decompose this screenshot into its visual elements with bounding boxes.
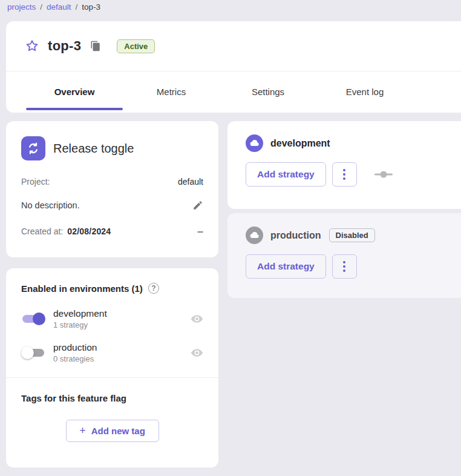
- release-toggle-icon: [21, 136, 45, 160]
- feature-header-card: top-3 Active Overview Metrics Settings E…: [6, 21, 461, 113]
- breadcrumb: projects / default / top-3: [7, 2, 100, 12]
- disabled-badge: Disabled: [329, 228, 375, 242]
- environments-and-tags-card: Enabled in environments (1) ? developmen…: [6, 268, 218, 468]
- environment-card-development: development Add strategy: [227, 121, 461, 209]
- favorite-star-icon[interactable]: [24, 38, 40, 54]
- edit-description-icon[interactable]: [192, 200, 203, 211]
- add-new-tag-label: Add new tag: [91, 426, 145, 436]
- tags-section-title: Tags for this feature flag: [21, 393, 203, 403]
- development-toggle[interactable]: [21, 312, 45, 325]
- page-title: top-3: [48, 38, 81, 54]
- toggle-type-row: Release toggle: [21, 136, 203, 160]
- breadcrumb-current: top-3: [82, 2, 100, 12]
- environment-row-production: production 0 strategies: [21, 342, 203, 363]
- breadcrumb-separator: /: [76, 2, 78, 12]
- eye-icon[interactable]: [191, 346, 203, 359]
- rollout-indicator-icon: [374, 171, 393, 178]
- tab-metrics[interactable]: Metrics: [123, 71, 220, 112]
- environment-strategy-count: 0 strategies: [53, 354, 97, 363]
- feature-tabs: Overview Metrics Settings Event log: [6, 71, 461, 112]
- add-strategy-button[interactable]: Add strategy: [246, 254, 326, 279]
- feature-title-row: top-3 Active: [6, 21, 461, 71]
- breadcrumb-separator: /: [40, 2, 42, 12]
- eye-icon[interactable]: [191, 312, 203, 325]
- cloud-environment-icon: [246, 226, 263, 244]
- more-options-button[interactable]: [332, 162, 357, 187]
- status-badge: Active: [117, 39, 155, 53]
- plus-icon: +: [79, 425, 86, 437]
- production-toggle[interactable]: [21, 346, 45, 359]
- help-icon[interactable]: ?: [148, 283, 159, 294]
- project-row: Project: default: [21, 177, 203, 187]
- project-label: Project:: [21, 177, 50, 187]
- tab-settings[interactable]: Settings: [220, 71, 316, 112]
- created-at-value: 02/08/2024: [67, 226, 111, 236]
- tab-event-log[interactable]: Event log: [316, 71, 413, 112]
- toggle-type-label: Release toggle: [53, 142, 134, 156]
- environment-name: production: [53, 342, 97, 353]
- enabled-environments-title: Enabled in environments (1): [21, 283, 143, 294]
- environment-name: development: [53, 308, 107, 319]
- breadcrumb-link-default[interactable]: default: [47, 2, 71, 12]
- environment-card-title: production: [270, 230, 321, 241]
- environment-card-title: development: [270, 138, 330, 149]
- tab-overview[interactable]: Overview: [26, 71, 123, 112]
- add-strategy-button[interactable]: Add strategy: [246, 162, 326, 187]
- kebab-menu-icon: [343, 261, 345, 272]
- flag-overview-card: Release toggle Project: default No descr…: [6, 121, 218, 257]
- right-column: development Add strategy production: [227, 121, 461, 298]
- more-options-button[interactable]: [332, 254, 357, 279]
- breadcrumb-link-projects[interactable]: projects: [7, 2, 36, 12]
- left-column: Release toggle Project: default No descr…: [6, 121, 218, 468]
- copy-name-icon[interactable]: [90, 41, 101, 51]
- environment-card-production: production Disabled Add strategy: [227, 213, 461, 298]
- cloud-environment-icon: [246, 134, 263, 152]
- collapse-details-icon[interactable]: –: [197, 228, 203, 234]
- environment-strategy-count: 1 strategy: [53, 320, 107, 329]
- add-new-tag-button[interactable]: + Add new tag: [66, 420, 159, 442]
- description-text: No description.: [21, 200, 80, 210]
- description-row: No description.: [21, 200, 203, 211]
- kebab-menu-icon: [343, 169, 345, 180]
- card-divider: [6, 377, 218, 378]
- created-at-label: Created at:: [21, 226, 63, 236]
- project-value: default: [178, 177, 203, 187]
- created-at-row: Created at: 02/08/2024 –: [21, 226, 203, 236]
- environment-row-development: development 1 strategy: [21, 308, 203, 329]
